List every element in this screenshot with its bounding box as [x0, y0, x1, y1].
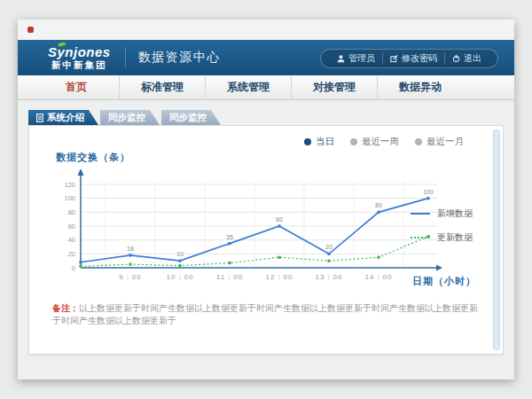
app-header: Synjones 新中新集团 数据资源中心 管理员 修改密码 [18, 40, 514, 75]
tab-sync-monitor-2[interactable]: 同步监控 [161, 110, 221, 125]
svg-text:100: 100 [64, 194, 75, 202]
main-nav: 首页 标准管理 系统管理 对接管理 数据异动 [18, 75, 514, 100]
y-axis-title: 数据交换（条） [56, 151, 130, 164]
filter-label: 当日 [316, 136, 334, 148]
svg-text:120: 120 [64, 181, 75, 189]
change-password-label: 修改密码 [402, 52, 437, 65]
svg-text:20: 20 [325, 244, 332, 250]
svg-text:9：00: 9：00 [119, 273, 141, 281]
filter-last-week[interactable]: 最近一周 [350, 136, 399, 148]
footnote-prefix: 备注： [52, 303, 79, 313]
radio-icon [304, 138, 311, 145]
filter-label: 最近一月 [426, 136, 464, 148]
svg-text:20: 20 [68, 250, 75, 258]
company-logo: Synjones 新中新集团 [48, 45, 111, 70]
nav-item-home[interactable]: 首页 [34, 75, 119, 99]
chart-panel: 当日 最近一周 最近一月 数据交换（条） 0204060801001209：00… [28, 125, 504, 355]
footnote-text: 以上数据更新于时间产生数据以上数据更新于时间产生数据以上数据更新于时间产生数据以… [52, 303, 478, 325]
svg-text:10：00: 10：00 [167, 273, 194, 281]
svg-text:60: 60 [276, 216, 283, 223]
filter-last-month[interactable]: 最近一月 [415, 136, 464, 148]
footnote: 备注：以上数据更新于时间产生数据以上数据更新于时间产生数据以上数据更新于时间产生… [52, 302, 480, 327]
user-menu: 管理员 修改密码 退出 [320, 49, 498, 68]
legend-label: 更新数据 [437, 231, 473, 244]
svg-text:80: 80 [375, 202, 382, 208]
browser-window: Synjones 新中新集团 数据资源中心 管理员 修改密码 [18, 20, 514, 379]
legend-new-data: 新增数据 [411, 207, 473, 220]
nav-item-data-change[interactable]: 数据异动 [377, 75, 463, 99]
svg-text:40: 40 [68, 236, 75, 244]
user-name: 管理员 [348, 52, 375, 65]
radio-icon [415, 138, 422, 145]
user-icon [337, 54, 345, 63]
window-favicon [27, 27, 34, 33]
chart-legend: 新增数据 更新数据 [411, 207, 473, 244]
edit-icon [390, 54, 398, 63]
current-user-button[interactable]: 管理员 [330, 52, 382, 65]
svg-text:13：00: 13：00 [316, 273, 343, 281]
svg-text:10: 10 [176, 251, 184, 257]
tab-label: 系统介绍 [47, 112, 84, 124]
svg-text:80: 80 [68, 208, 75, 216]
nav-item-system-mgmt[interactable]: 系统管理 [205, 75, 291, 99]
tab-label: 同步监控 [169, 112, 207, 124]
nav-item-interface-mgmt[interactable]: 对接管理 [291, 75, 377, 99]
header-divider [125, 47, 126, 68]
green-dotted-sample-icon [411, 237, 430, 239]
page-title: 数据资源中心 [138, 50, 221, 66]
change-password-button[interactable]: 修改密码 [382, 52, 444, 65]
tab-sync-monitor-1[interactable]: 同步监控 [100, 110, 160, 125]
blue-line-sample-icon [411, 213, 430, 215]
nav-item-standard-mgmt[interactable]: 标准管理 [119, 75, 205, 99]
logo-text: Synjones [48, 45, 111, 59]
filter-label: 最近一周 [362, 136, 399, 148]
svg-text:14：00: 14：00 [365, 273, 393, 281]
tab-bar: 系统介绍 同步监控 同步监控 [28, 110, 504, 125]
filter-today[interactable]: 当日 [304, 136, 334, 148]
power-icon [452, 54, 460, 63]
logout-label: 退出 [464, 52, 481, 65]
document-icon [36, 113, 43, 122]
desktop-background: Synjones 新中新集团 数据资源中心 管理员 修改密码 [0, 0, 532, 399]
radio-icon [350, 138, 357, 145]
svg-text:0: 0 [72, 264, 75, 272]
tab-system-intro[interactable]: 系统介绍 [28, 110, 98, 125]
content-area: 系统介绍 同步监控 同步监控 当日 [18, 100, 514, 379]
time-filter-group: 当日 最近一周 最近一月 [304, 136, 464, 148]
svg-text:35: 35 [226, 234, 233, 240]
line-chart: 0204060801001209：0010：0011：0012：0013：001… [42, 165, 455, 300]
x-axis-title: 日期（小时） [412, 275, 476, 288]
tab-label: 同步监控 [108, 112, 145, 124]
svg-text:11：00: 11：00 [216, 273, 243, 281]
svg-text:100: 100 [423, 189, 434, 195]
panel-scrollbar[interactable] [493, 129, 500, 350]
logout-button[interactable]: 退出 [444, 52, 489, 65]
svg-text:12：00: 12：00 [266, 273, 293, 281]
logo-subtext: 新中新集团 [48, 60, 111, 70]
legend-updated-data: 更新数据 [411, 231, 473, 244]
svg-text:18: 18 [127, 246, 134, 252]
svg-text:60: 60 [68, 223, 75, 231]
legend-label: 新增数据 [437, 207, 473, 220]
